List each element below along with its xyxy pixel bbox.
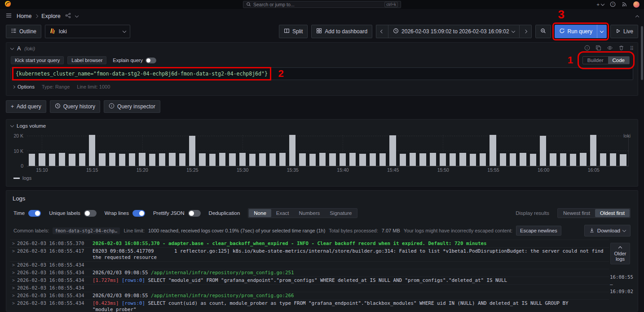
volume-bar[interactable] <box>610 153 616 166</box>
run-query-button[interactable]: 3 Run query <box>555 25 607 38</box>
volume-bar[interactable] <box>169 153 175 166</box>
volume-bar[interactable] <box>59 153 65 166</box>
dedup-option-none[interactable]: None <box>249 209 271 217</box>
expand-log-row-icon[interactable]: > <box>10 262 17 268</box>
toggle-switch[interactable] <box>84 210 97 217</box>
volume-bar[interactable] <box>49 154 55 166</box>
volume-bar[interactable] <box>279 153 286 166</box>
breadcrumb-home[interactable]: Home <box>17 13 31 19</box>
logql-query-text[interactable]: {kubernetes_cluster_name="fmon-data-stg2… <box>16 71 268 77</box>
toggle-prettify-json[interactable]: Prettify JSON <box>153 210 201 217</box>
volume-bar[interactable] <box>329 153 335 166</box>
volume-bar[interactable] <box>370 153 376 166</box>
expand-log-row-icon[interactable]: > <box>10 270 17 276</box>
volume-bar[interactable] <box>540 136 546 166</box>
logs-volume-legend[interactable]: logs <box>13 175 638 181</box>
builder-mode-button[interactable]: Builder <box>583 57 608 64</box>
dedup-option-signature[interactable]: Signature <box>325 209 357 217</box>
volume-bar[interactable] <box>109 153 115 166</box>
volume-bar[interactable] <box>139 153 145 166</box>
grafana-logo-icon[interactable] <box>4 0 11 9</box>
expand-log-row-icon[interactable]: > <box>10 293 17 299</box>
explain-query-toggle[interactable] <box>146 58 156 63</box>
search-input[interactable]: Search or jump to... ctrl+k <box>243 1 401 8</box>
volume-bar[interactable] <box>299 153 305 166</box>
collapse-toolbar-icon[interactable] <box>635 15 639 18</box>
log-row[interactable]: >2026-02-03 16:08:55.434 <box>10 261 609 269</box>
escape-newlines-button[interactable]: Escape newlines <box>516 226 561 236</box>
volume-bar[interactable] <box>99 153 105 166</box>
code-mode-button[interactable]: Code <box>608 57 630 64</box>
volume-bar[interactable] <box>520 153 526 166</box>
toggle-switch[interactable] <box>132 210 145 217</box>
log-row[interactable]: >2026-02-03 16:08:55.4342026/02/03 09:08… <box>10 269 609 276</box>
help-icon[interactable]: ? <box>610 1 616 8</box>
volume-bar[interactable] <box>530 154 536 166</box>
volume-bar[interactable] <box>510 153 516 166</box>
add-to-dashboard-button[interactable]: Add to dashboard <box>311 25 372 38</box>
volume-bar[interactable] <box>550 153 556 166</box>
kick-start-button[interactable]: Kick start your query <box>11 56 64 64</box>
volume-bar[interactable] <box>580 153 586 166</box>
volume-bar[interactable] <box>189 136 195 166</box>
remove-query-trash-icon[interactable] <box>618 45 624 52</box>
volume-bar[interactable] <box>340 153 346 166</box>
add-query-button[interactable]: + Add query <box>6 100 46 113</box>
breadcrumb-actions-chevron-icon[interactable] <box>75 13 78 17</box>
volume-bar[interactable] <box>309 154 316 166</box>
log-row[interactable]: >2026-02-03 16:08:55.434[0.423ms] [rows:… <box>10 299 609 312</box>
query-help-icon[interactable]: i <box>584 45 590 52</box>
volume-bar[interactable] <box>590 135 596 166</box>
volume-bar[interactable] <box>89 135 95 166</box>
expand-log-row-icon[interactable]: > <box>10 241 17 247</box>
query-history-button[interactable]: Query history <box>50 100 100 113</box>
volume-bar[interactable] <box>459 153 466 166</box>
breadcrumb-explore[interactable]: Explore <box>41 13 60 19</box>
volume-bar[interactable] <box>269 153 276 166</box>
volume-bar[interactable] <box>69 154 75 166</box>
log-row[interactable]: >2026-02-03 16:08:55.434[1.727ms] [rows:… <box>10 276 609 284</box>
hide-response-eye-icon[interactable] <box>607 45 613 52</box>
logs-volume-header[interactable]: Logs volume <box>6 120 638 129</box>
scrollbar[interactable] <box>641 26 643 80</box>
volume-bar[interactable] <box>600 153 606 166</box>
toggle-wrap-lines[interactable]: Wrap lines <box>105 210 145 217</box>
dedup-option-exact[interactable]: Exact <box>271 209 294 217</box>
log-row[interactable]: >2026-02-03 16:08:55.3702026-02-03 16:08… <box>10 240 609 247</box>
user-avatar[interactable] <box>633 1 640 8</box>
log-row[interactable]: >2026-02-03 16:08:55.4342026/02/03 09:08… <box>10 292 609 299</box>
collapse-query-row-icon[interactable] <box>10 46 14 49</box>
logs-volume-plot[interactable] <box>27 135 629 166</box>
volume-bar[interactable] <box>39 153 45 166</box>
order-option-oldest-first[interactable]: Oldest first <box>595 209 630 217</box>
volume-bar[interactable] <box>159 153 165 166</box>
add-menu-button[interactable]: + <box>597 2 604 7</box>
volume-bar[interactable] <box>29 154 35 166</box>
volume-bar[interactable] <box>389 135 396 166</box>
expand-log-row-icon[interactable]: > <box>10 285 17 291</box>
volume-bar[interactable] <box>490 135 496 166</box>
share-icon[interactable] <box>65 13 71 20</box>
volume-bar[interactable] <box>470 154 476 166</box>
download-button[interactable]: Download <box>584 225 631 236</box>
volume-bar[interactable] <box>319 153 326 166</box>
label-browser-button[interactable]: Label browser <box>67 56 106 64</box>
order-option-newest-first[interactable]: Newest first <box>558 209 595 217</box>
volume-bar[interactable] <box>259 153 265 166</box>
duplicate-query-icon[interactable] <box>595 45 601 52</box>
older-logs-button[interactable]: Older logs <box>610 243 630 264</box>
query-code-editor[interactable]: 2 {kubernetes_cluster_name="fmon-data-st… <box>11 67 633 80</box>
volume-bar[interactable] <box>219 153 225 166</box>
outline-button[interactable]: Outline <box>6 25 41 38</box>
time-shift-forward-button[interactable] <box>519 25 532 38</box>
expand-log-row-icon[interactable]: > <box>10 300 17 307</box>
volume-bar[interactable] <box>79 153 85 166</box>
zoom-out-button[interactable] <box>535 25 551 38</box>
volume-bar[interactable] <box>419 153 426 166</box>
dedup-option-numbers[interactable]: Numbers <box>294 209 325 217</box>
query-row-header[interactable]: A (loki) i ⠿ <box>11 43 633 54</box>
volume-bar[interactable] <box>119 154 125 166</box>
volume-bar[interactable] <box>239 153 246 166</box>
volume-bar[interactable] <box>480 153 486 166</box>
volume-bar[interactable] <box>249 154 256 166</box>
